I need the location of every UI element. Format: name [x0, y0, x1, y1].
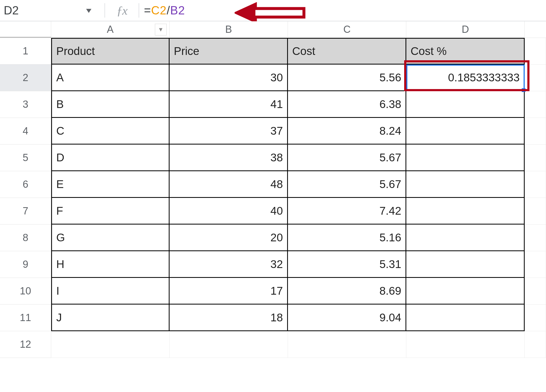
cell-a12[interactable] [51, 331, 170, 358]
name-box[interactable]: D2 ▼ [4, 4, 100, 17]
cell-c5[interactable]: 5.67 [288, 145, 406, 171]
cell-e7[interactable] [525, 198, 546, 225]
cell-value: 5.16 [379, 231, 401, 244]
cell-c9[interactable]: 5.31 [288, 251, 406, 278]
cell-e3[interactable] [525, 91, 546, 118]
cell-a3[interactable]: B [51, 91, 170, 118]
row-header-12[interactable]: 12 [0, 331, 51, 358]
column-filter-dropdown-icon[interactable]: ▼ [155, 24, 167, 35]
cell-a2[interactable]: A [51, 65, 170, 91]
cell-d8[interactable] [406, 225, 525, 251]
cell-value: Cost % [411, 45, 447, 58]
cell-d12[interactable] [406, 331, 525, 358]
cell-e1[interactable] [525, 38, 546, 65]
column-header-extra[interactable] [525, 21, 546, 38]
cell-value: 8.24 [379, 125, 401, 137]
cell-value: 6.38 [379, 98, 401, 111]
cell-c10[interactable]: 8.69 [288, 278, 406, 305]
row-header-10[interactable]: 10 [0, 278, 51, 305]
row-header-3[interactable]: 3 [0, 91, 51, 118]
cell-e11[interactable] [525, 305, 546, 331]
cell-b3[interactable]: 41 [170, 91, 288, 118]
cell-value: 0.1853333333 [448, 71, 520, 84]
cell-c1[interactable]: Cost [288, 38, 406, 65]
cell-c2[interactable]: 5.56 [288, 65, 406, 91]
cell-d10[interactable] [406, 278, 525, 305]
cell-a11[interactable]: J [51, 305, 170, 331]
column-header-b[interactable]: B [170, 21, 288, 38]
cell-e4[interactable] [525, 118, 546, 145]
cell-e5[interactable] [525, 145, 546, 171]
row-header-8[interactable]: 8 [0, 225, 51, 251]
cell-d11[interactable] [406, 305, 525, 331]
cell-a8[interactable]: G [51, 225, 170, 251]
cell-d4[interactable] [406, 118, 525, 145]
cell-c3[interactable]: 6.38 [288, 91, 406, 118]
cell-value: 40 [270, 205, 283, 217]
cell-d6[interactable] [406, 171, 525, 198]
cell-e10[interactable] [525, 278, 546, 305]
row-header-7[interactable]: 7 [0, 198, 51, 225]
cell-e9[interactable] [525, 251, 546, 278]
cell-a1[interactable]: Product [51, 38, 170, 65]
cell-b8[interactable]: 20 [170, 225, 288, 251]
cell-value: 30 [270, 71, 283, 84]
cell-value: 9.04 [379, 311, 401, 324]
column-header-c[interactable]: C [288, 21, 406, 38]
cell-value: 18 [270, 311, 283, 324]
cell-d9[interactable] [406, 251, 525, 278]
cell-a10[interactable]: I [51, 278, 170, 305]
cell-c4[interactable]: 8.24 [288, 118, 406, 145]
cell-a4[interactable]: C [51, 118, 170, 145]
cell-c12[interactable] [288, 331, 406, 358]
row-header-6[interactable]: 6 [0, 171, 51, 198]
cell-b6[interactable]: 48 [170, 171, 288, 198]
row-header-4[interactable]: 4 [0, 118, 51, 145]
cell-d5[interactable] [406, 145, 525, 171]
cell-d3[interactable] [406, 91, 525, 118]
cell-b10[interactable]: 17 [170, 278, 288, 305]
cell-value: H [56, 258, 64, 271]
cell-b4[interactable]: 37 [170, 118, 288, 145]
cell-b5[interactable]: 38 [170, 145, 288, 171]
fx-icon[interactable]: ƒx [110, 3, 134, 18]
cell-c8[interactable]: 5.16 [288, 225, 406, 251]
cell-c11[interactable]: 9.04 [288, 305, 406, 331]
select-all-corner[interactable] [0, 21, 51, 38]
cell-e8[interactable] [525, 225, 546, 251]
cell-e6[interactable] [525, 171, 546, 198]
cell-value: F [56, 205, 63, 217]
formula-input[interactable]: =C2/B2 [144, 4, 546, 17]
cell-d2[interactable]: 0.1853333333 [406, 65, 525, 91]
column-header-d[interactable]: D [406, 21, 525, 38]
cell-c6[interactable]: 5.67 [288, 171, 406, 198]
cell-value: Product [56, 45, 95, 58]
cell-c7[interactable]: 7.42 [288, 198, 406, 225]
row-header-2[interactable]: 2 [0, 65, 51, 91]
cell-a9[interactable]: H [51, 251, 170, 278]
cell-b1[interactable]: Price [170, 38, 288, 65]
cell-value: A [56, 71, 64, 84]
cell-value: 20 [270, 231, 283, 244]
cell-d7[interactable] [406, 198, 525, 225]
row-header-1[interactable]: 1 [0, 38, 51, 65]
name-box-dropdown-icon[interactable]: ▼ [84, 6, 93, 15]
row-header-5[interactable]: 5 [0, 145, 51, 171]
cell-a5[interactable]: D [51, 145, 170, 171]
row-header-11[interactable]: 11 [0, 305, 51, 331]
cell-b12[interactable] [170, 331, 288, 358]
row-header-9[interactable]: 9 [0, 251, 51, 278]
cell-value: B [56, 98, 64, 111]
cell-b7[interactable]: 40 [170, 198, 288, 225]
divider [105, 3, 105, 18]
cell-a7[interactable]: F [51, 198, 170, 225]
cell-e12[interactable] [525, 331, 546, 358]
cell-b11[interactable]: 18 [170, 305, 288, 331]
cell-value: 8.69 [379, 285, 401, 297]
cell-b2[interactable]: 30 [170, 65, 288, 91]
cell-a6[interactable]: E [51, 171, 170, 198]
column-header-a[interactable]: A ▼ [51, 21, 170, 38]
cell-b9[interactable]: 32 [170, 251, 288, 278]
cell-d1[interactable]: Cost % [406, 38, 525, 65]
cell-e2[interactable] [525, 65, 546, 91]
